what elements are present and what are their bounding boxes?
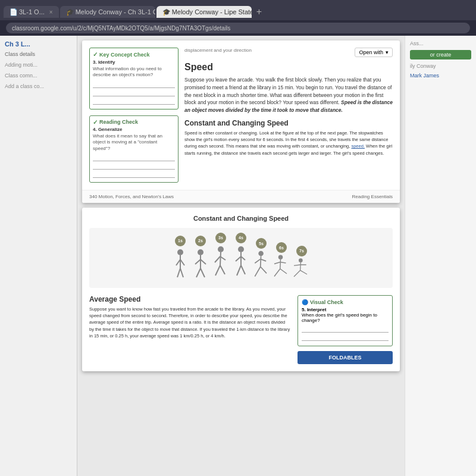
assign-button[interactable]: or create (410, 50, 471, 60)
svg-line-28 (255, 267, 260, 277)
visual-check-header-text: Visual Check (310, 299, 343, 305)
svg-line-5 (180, 268, 183, 277)
figure-5: 5s (252, 238, 270, 283)
tab-favicon-1: 📄 (10, 8, 17, 15)
svg-line-40 (294, 270, 300, 277)
sidebar-title: Ch 3 L... (5, 40, 72, 48)
foldables-box: FOLDABLES (298, 351, 393, 364)
reading-check-icon: ✓ (93, 119, 98, 126)
svg-line-3 (180, 259, 184, 265)
running-figure-5 (252, 250, 270, 283)
tab-3-label: Melody Conway - Lipe State T... (172, 8, 252, 15)
svg-line-32 (274, 262, 280, 264)
answer-line-2 (93, 89, 175, 96)
svg-line-17 (220, 265, 225, 274)
right-panel: Ass... or create ily Conway Mark James (405, 36, 476, 476)
mark-james-link[interactable]: Mark James (410, 73, 471, 79)
pages-container: ✓ Key Concept Check 3. Identify What inf… (77, 36, 405, 476)
running-figure-7 (293, 258, 311, 283)
stopwatch-7: 7s (296, 246, 307, 256)
open-with-button[interactable]: Open with ▾ (355, 48, 393, 57)
sidebar-section-1: Adding moti... (5, 62, 72, 68)
stopwatch-1: 1s (175, 236, 186, 246)
figure-1: 1s (171, 236, 189, 283)
tab-favicon-3: 🎓 (162, 8, 170, 15)
svg-line-20 (236, 256, 241, 261)
page-2: Constant and Changing Speed 1s (82, 208, 400, 371)
reading-check-question: What does it mean to say that an object … (93, 133, 175, 152)
reading-check-number: 4. Generalize (93, 127, 175, 132)
svg-point-36 (299, 258, 303, 262)
walking-figure-3 (212, 245, 230, 283)
svg-line-22 (237, 265, 241, 275)
walking-figure-4 (232, 245, 250, 283)
rc-answer-line-1 (93, 154, 175, 161)
page2-right: 🔵 Visual Check 5. Interpret When does th… (298, 295, 393, 364)
speed-body-text: Suppose you leave the arcade. You walk t… (184, 76, 393, 114)
page2-content: Constant and Changing Speed 1s (82, 208, 400, 371)
checkmark-icon: ✓ (93, 51, 98, 58)
svg-line-9 (201, 259, 206, 264)
page1-footer-right: Reading Essentials (352, 194, 393, 199)
page2-title: Constant and Changing Speed (89, 215, 393, 222)
page2-left: Average Speed Suppose you want to know h… (89, 295, 290, 364)
svg-line-29 (261, 267, 267, 274)
svg-point-18 (238, 246, 244, 252)
svg-point-12 (218, 246, 224, 252)
reading-check-box: ✓ Reading Check 4. Generalize What does … (89, 115, 178, 183)
new-tab-button[interactable]: + (253, 7, 265, 17)
address-input[interactable] (6, 23, 470, 33)
key-concept-header-text: Key Concept Check (99, 52, 150, 58)
figure-3: 3s (212, 233, 230, 283)
svg-line-26 (255, 259, 260, 264)
key-concept-number: 3. Identify (93, 60, 175, 65)
visual-check-header: 🔵 Visual Check (302, 299, 389, 305)
tab-bar: 📄 3L-1 O... × 🎓 Melody Conway - Ch 3L-1 … (0, 0, 476, 20)
svg-line-2 (176, 259, 180, 265)
page-1: ✓ Key Concept Check 3. Identify What inf… (82, 40, 400, 203)
reading-check-answer-lines (93, 154, 175, 178)
stopwatch-3: 3s (215, 233, 226, 243)
page1-left-column: ✓ Key Concept Check 3. Identify What inf… (89, 48, 178, 183)
answer-line-1 (93, 81, 175, 88)
reading-check-header: ✓ Reading Check (93, 119, 175, 126)
sidebar-section-label-3[interactable]: Add a class co... (5, 83, 72, 89)
reading-check-header-text: Reading Check (99, 119, 138, 125)
key-concept-answer-lines (93, 81, 175, 105)
constant-speed-title: Constant and Changing Speed (184, 119, 393, 127)
running-figure-6 (273, 254, 290, 283)
svg-line-11 (201, 268, 205, 277)
constant-speed-body: Speed is either constant or changing. Lo… (184, 130, 393, 156)
page1-content: ✓ Key Concept Check 3. Identify What inf… (82, 40, 400, 190)
svg-line-10 (196, 268, 201, 277)
sidebar-section-label-1[interactable]: Adding moti... (5, 62, 72, 68)
svg-line-14 (215, 256, 220, 262)
sidebar-section-label-2[interactable]: Class comn... (5, 73, 72, 79)
svg-line-34 (274, 269, 280, 277)
svg-line-31 (280, 259, 281, 269)
tab-close-1[interactable]: × (49, 9, 53, 15)
stopwatch-5: 5s (256, 238, 267, 249)
stopwatch-2: 2s (195, 236, 206, 246)
stopwatch-6: 6s (276, 242, 287, 253)
tab-1[interactable]: 📄 3L-1 O... × (4, 6, 59, 18)
sidebar-section-3: Add a class co... (5, 83, 72, 89)
visual-check-number: 5. Interpret (302, 307, 389, 312)
visual-check-icon: 🔵 (302, 299, 308, 305)
svg-point-30 (278, 255, 283, 260)
chevron-down-icon: ▾ (386, 49, 389, 55)
sidebar-subtitle: Class details (5, 51, 72, 57)
svg-point-6 (198, 249, 203, 255)
right-panel-assign: Ass... (410, 40, 471, 46)
tab-2[interactable]: 🎓 Melody Conway - Ch 3L-1 Co... × (60, 6, 155, 18)
stopwatch-4: 4s (236, 233, 246, 243)
page2-bottom: Average Speed Suppose you want to know h… (89, 295, 393, 364)
tab-2-label: Melody Conway - Ch 3L-1 Co... (76, 8, 155, 15)
page1-right-column: displacement and your direction Open wit… (184, 48, 393, 183)
average-speed-body: Suppose you want to know how fast you tr… (89, 306, 290, 339)
walking-figure-1 (171, 248, 189, 283)
tab-3[interactable]: 🎓 Melody Conway - Lipe State T... × (156, 6, 252, 18)
key-concept-header: ✓ Key Concept Check (93, 51, 175, 58)
key-concept-box: ✓ Key Concept Check 3. Identify What inf… (89, 48, 178, 109)
speed-link[interactable]: speed. (351, 143, 365, 149)
